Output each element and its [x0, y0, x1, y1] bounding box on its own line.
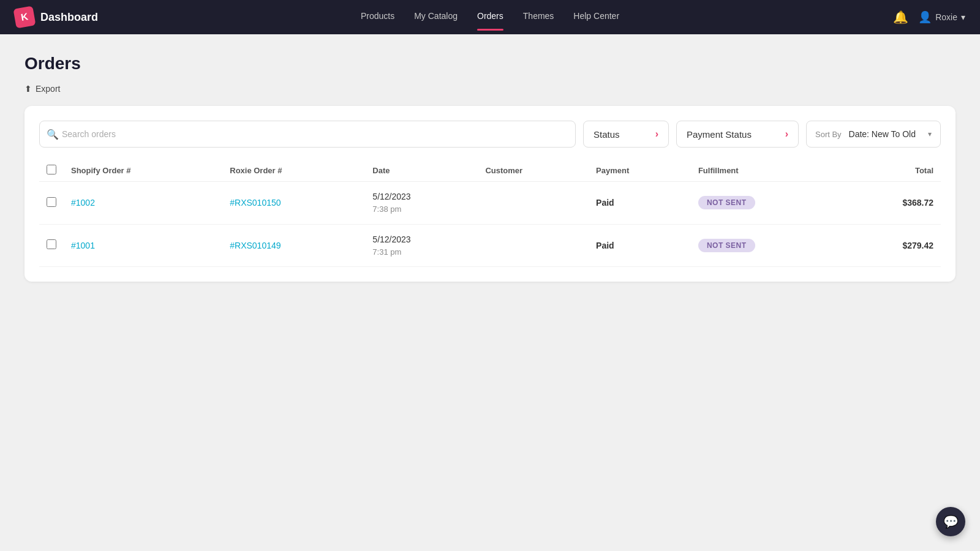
search-input[interactable]: [39, 121, 576, 148]
total-cell-1: $279.42: [843, 224, 941, 267]
select-all-checkbox[interactable]: [47, 165, 56, 174]
nav-products[interactable]: Products: [361, 11, 394, 23]
sort-chevron-icon: ▾: [928, 130, 932, 138]
col-payment: Payment: [589, 160, 691, 182]
user-name: Roxie: [935, 12, 957, 22]
navbar-right: 🔔 👤 Roxie ▾: [893, 10, 965, 24]
col-fulfillment: Fulfillment: [691, 160, 843, 182]
table-row: #1001 #RXS010149 5/12/2023 7:31 pm Paid …: [39, 224, 941, 267]
status-filter-button[interactable]: Status ›: [583, 121, 669, 148]
nav-my-catalog[interactable]: My Catalog: [414, 11, 458, 23]
customer-cell-0: [478, 182, 589, 225]
col-roxie-order: Roxie Order #: [222, 160, 365, 182]
chat-icon: 💬: [943, 514, 959, 529]
page-content: Orders ⬆ Export 🔍 Status › Payment Statu…: [0, 34, 980, 301]
user-menu[interactable]: 👤 Roxie ▾: [918, 10, 965, 24]
export-button[interactable]: ⬆ Export: [24, 84, 60, 94]
brand: K Dashboard: [15, 7, 98, 27]
fulfillment-cell-1: NOT SENT: [691, 224, 843, 267]
total-cell-0: $368.72: [843, 182, 941, 225]
customer-cell-1: [478, 224, 589, 267]
brand-title: Dashboard: [40, 11, 98, 24]
col-shopify-order: Shopify Order #: [64, 160, 222, 182]
nav-orders[interactable]: Orders: [477, 11, 503, 23]
shopify-order-link-1[interactable]: #1001: [71, 241, 95, 250]
fulfillment-cell-0: NOT SENT: [691, 182, 843, 225]
user-menu-chevron-icon: ▾: [961, 12, 965, 22]
roxie-order-link-1[interactable]: #RXS010149: [230, 241, 281, 250]
orders-table: Shopify Order # Roxie Order # Date Custo…: [39, 160, 941, 267]
payment-cell-0: Paid: [589, 182, 691, 225]
filters-row: 🔍 Status › Payment Status › Sort By Date…: [39, 121, 941, 148]
navbar: K Dashboard Products My Catalog Orders T…: [0, 0, 980, 34]
chat-bubble[interactable]: 💬: [936, 507, 965, 536]
payment-cell-1: Paid: [589, 224, 691, 267]
status-chevron-icon: ›: [655, 129, 658, 140]
payment-status-filter-label: Payment Status: [687, 129, 752, 140]
sort-value: Date: New To Old: [849, 129, 925, 139]
col-total: Total: [843, 160, 941, 182]
shopify-order-link-0[interactable]: #1002: [71, 198, 95, 208]
row-checkbox-0[interactable]: [47, 197, 56, 207]
roxie-order-link-0[interactable]: #RXS010150: [230, 198, 281, 208]
search-wrap: 🔍: [39, 121, 576, 148]
col-date: Date: [365, 160, 478, 182]
date-cell-1: 5/12/2023 7:31 pm: [365, 224, 478, 267]
status-filter-label: Status: [594, 129, 620, 140]
date-cell-0: 5/12/2023 7:38 pm: [365, 182, 478, 225]
export-label: Export: [36, 84, 60, 94]
nav-help-center[interactable]: Help Center: [573, 11, 619, 23]
user-avatar-icon: 👤: [918, 10, 932, 24]
payment-status-chevron-icon: ›: [785, 129, 788, 140]
brand-logo: K: [13, 6, 36, 28]
nav-themes[interactable]: Themes: [523, 11, 554, 23]
search-icon: 🔍: [47, 129, 59, 140]
orders-card: 🔍 Status › Payment Status › Sort By Date…: [24, 106, 956, 282]
page-title: Orders: [24, 54, 956, 73]
main-nav: Products My Catalog Orders Themes Help C…: [361, 11, 619, 23]
payment-status-filter-button[interactable]: Payment Status ›: [676, 121, 799, 148]
export-icon: ⬆: [24, 84, 32, 94]
sort-by-label: Sort By: [815, 130, 842, 139]
row-checkbox-1[interactable]: [47, 239, 56, 249]
table-row: #1002 #RXS010150 5/12/2023 7:38 pm Paid …: [39, 182, 941, 225]
notifications-bell-icon[interactable]: 🔔: [893, 10, 908, 24]
col-customer: Customer: [478, 160, 589, 182]
sort-button[interactable]: Sort By Date: New To Old ▾: [806, 121, 941, 148]
